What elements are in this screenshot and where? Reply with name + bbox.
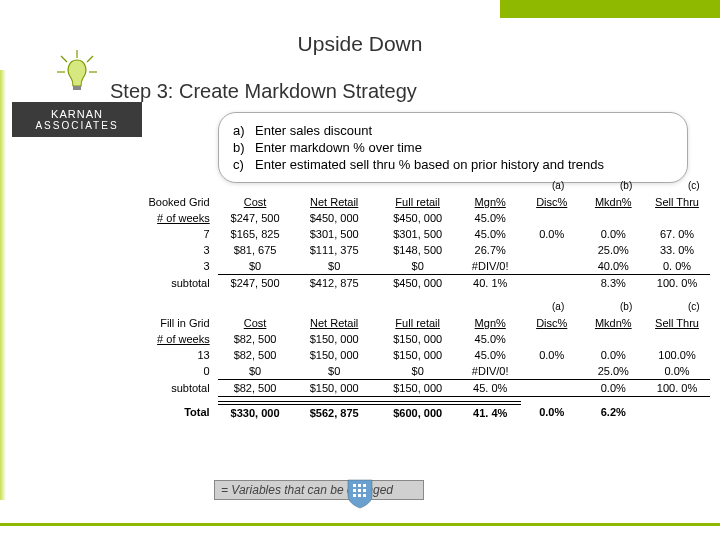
h-mgn: Mgn% xyxy=(459,194,521,210)
svg-line-1 xyxy=(61,56,67,62)
col-b: (b) xyxy=(620,180,632,191)
h-mkdn: Mkdn% xyxy=(583,194,645,210)
fill-grid-table: Fill in Grid Cost Net Retail Full retail… xyxy=(110,315,710,421)
svg-rect-11 xyxy=(363,489,366,492)
booked-title: Booked Grid xyxy=(110,194,218,210)
table-row: 7 $165, 825 $301, 500 $301, 500 45.0% 0.… xyxy=(110,226,710,242)
brand-line1: KARNAN xyxy=(51,108,103,120)
booked-grid-table: Booked Grid Cost Net Retail Full retail … xyxy=(110,194,710,291)
svg-rect-10 xyxy=(358,489,361,492)
brand-name: KARNAN ASSOCIATES xyxy=(12,102,142,137)
instr-text-a: Enter sales discount xyxy=(255,123,372,138)
table-row: 0 $0 $0 $0 #DIV/0! 25.0% 0.0% xyxy=(110,363,710,380)
svg-rect-9 xyxy=(353,489,356,492)
total-row: Total $330, 000 $562, 875 $600, 000 41. … xyxy=(110,403,710,421)
svg-rect-12 xyxy=(353,494,356,497)
instr-text-b: Enter markdown % over time xyxy=(255,140,422,155)
svg-rect-14 xyxy=(363,494,366,497)
column-group-labels: (a) (b) (c) xyxy=(110,180,710,194)
weeks-label: # of weeks xyxy=(110,210,218,226)
svg-rect-13 xyxy=(358,494,361,497)
svg-line-2 xyxy=(87,56,93,62)
h-net: Net Retail xyxy=(292,194,376,210)
subtotal-row: subtotal $247, 500 $412, 875 $450, 000 4… xyxy=(110,275,710,292)
step-heading: Step 3: Create Markdown Strategy xyxy=(110,80,417,103)
svg-rect-8 xyxy=(363,484,366,487)
lightbulb-icon xyxy=(53,48,101,96)
svg-rect-5 xyxy=(73,86,81,90)
instr-label-c: c) xyxy=(233,157,255,172)
table-row: 13 $82, 500 $150, 000 $150, 000 45.0% 0.… xyxy=(110,347,710,363)
col-c: (c) xyxy=(688,180,700,191)
h-disc: Disc% xyxy=(521,194,583,210)
header-accent-bar xyxy=(500,0,720,18)
table-row: 3 $81, 675 $111, 375 $148, 500 26.7% 25.… xyxy=(110,242,710,258)
table-row: # of weeks $82, 500 $150, 000 $150, 000 … xyxy=(110,331,710,347)
subtotal-row: subtotal $82, 500 $150, 000 $150, 000 45… xyxy=(110,380,710,397)
legend-box: = Variables that can be changed xyxy=(214,480,424,500)
h-cost: Cost xyxy=(218,194,293,210)
column-group-labels-2: (a) (b) (c) xyxy=(110,301,710,315)
instr-label-b: b) xyxy=(233,140,255,155)
table-row: 3 $0 $0 $0 #DIV/0! 40.0% 0. 0% xyxy=(110,258,710,275)
footer-crest-icon xyxy=(346,478,374,510)
instruction-box: a)Enter sales discount b)Enter markdown … xyxy=(218,112,688,183)
left-gradient xyxy=(0,70,6,500)
table-row: # of weeks $247, 500 $450, 000 $450, 000… xyxy=(110,210,710,226)
data-tables: (a) (b) (c) Booked Grid Cost Net Retail … xyxy=(110,180,710,421)
brand-line2: ASSOCIATES xyxy=(16,120,138,131)
footer-accent-bar xyxy=(0,523,720,526)
svg-rect-7 xyxy=(358,484,361,487)
table-header-row: Booked Grid Cost Net Retail Full retail … xyxy=(110,194,710,210)
table-header-row: Fill in Grid Cost Net Retail Full retail… xyxy=(110,315,710,331)
h-full: Full retail xyxy=(376,194,460,210)
fill-title: Fill in Grid xyxy=(110,315,218,331)
instr-text-c: Enter estimated sell thru % based on pri… xyxy=(255,157,604,172)
svg-rect-6 xyxy=(353,484,356,487)
h-sell: Sell Thru xyxy=(644,194,710,210)
col-a: (a) xyxy=(552,180,564,191)
instr-label-a: a) xyxy=(233,123,255,138)
